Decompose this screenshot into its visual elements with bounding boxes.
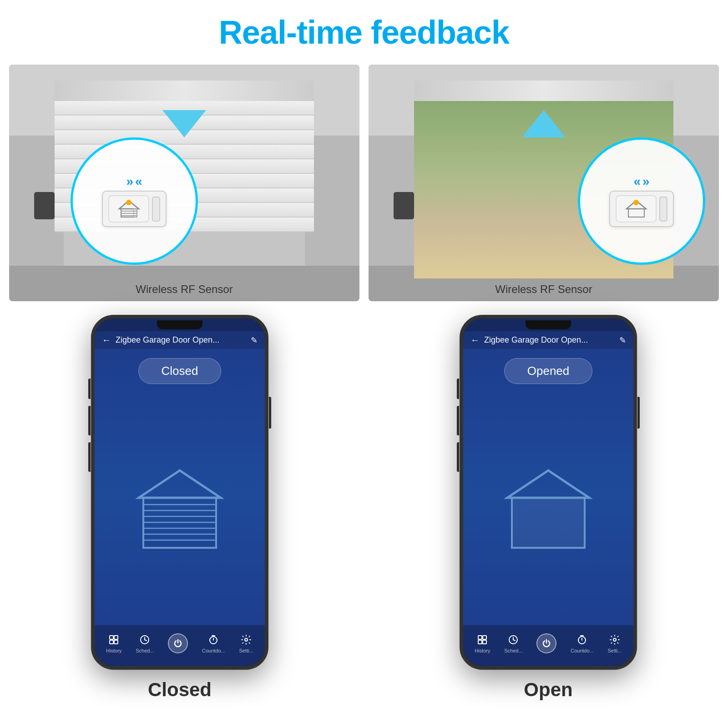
svg-marker-29	[507, 470, 589, 498]
right-garage-image: « » Wireless RF Sensor	[369, 65, 719, 301]
mute-button-right	[457, 379, 459, 399]
notch-right	[526, 320, 571, 329]
power-button[interactable]	[168, 633, 188, 653]
power-button-right[interactable]	[536, 633, 556, 653]
nav-countdown-label-right: Countdo...	[571, 648, 594, 653]
wall-keypad	[34, 192, 55, 219]
left-garage-image: » « Wireless	[9, 65, 359, 301]
left-phone-body: ← Zigbee Garage Door Open... ✎ Closed	[91, 315, 268, 670]
sensor-side-piece	[152, 197, 160, 222]
power-side-button-right	[637, 397, 640, 429]
sensor-led	[126, 200, 131, 205]
closed-garage-svg	[130, 461, 230, 552]
back-icon-right[interactable]: ←	[470, 335, 480, 345]
sensor-side-piece-right	[659, 197, 667, 222]
notch	[157, 320, 202, 329]
direction-arrow-down	[162, 110, 206, 137]
mute-button	[88, 379, 91, 399]
nav-history-right[interactable]: History	[475, 633, 490, 653]
chevron-right-icon-r: »	[642, 175, 650, 188]
chevron-left-icon: «	[135, 175, 142, 188]
right-phone-screen: ← Zigbee Garage Door Open... ✎ Opened	[463, 318, 633, 666]
left-status-badge: Closed	[138, 358, 222, 384]
nav-schedule-label-left: Sched...	[136, 648, 154, 653]
nav-settings-right[interactable]: Setti...	[607, 633, 622, 653]
volume-down-button	[88, 442, 91, 472]
right-status-badge: Opened	[504, 358, 593, 384]
svg-line-37	[513, 640, 515, 641]
volume-down-button-right	[457, 442, 459, 472]
nav-settings-left[interactable]: Setti...	[239, 633, 253, 653]
right-garage-display	[463, 389, 633, 625]
svg-marker-8	[139, 470, 221, 498]
left-phone-nav-bar: History Sched...	[95, 625, 265, 666]
left-phone-wrapper: ← Zigbee Garage Door Open... ✎ Closed	[91, 315, 268, 670]
svg-rect-32	[483, 636, 486, 639]
sensor-device	[102, 191, 167, 227]
nav-power-right[interactable]	[536, 633, 556, 653]
svg-rect-7	[628, 209, 644, 217]
bottom-phones-row: ← Zigbee Garage Door Open... ✎ Closed	[9, 315, 719, 701]
history-icon	[107, 633, 120, 646]
schedule-icon-right	[507, 633, 520, 646]
nav-settings-label-right: Setti...	[607, 648, 622, 653]
svg-rect-17	[110, 636, 113, 639]
left-phone-group: ← Zigbee Garage Door Open... ✎ Closed	[9, 315, 350, 701]
svg-line-23	[145, 640, 147, 641]
settings-icon-right	[608, 633, 621, 646]
left-phone-label: Closed	[148, 679, 212, 701]
chevron-left-icon-r: «	[633, 175, 641, 188]
right-phone-header: ← Zigbee Garage Door Open... ✎	[463, 331, 633, 349]
chevron-arrows-right: « »	[633, 175, 649, 188]
sensor-circle-overlay-right: « »	[578, 137, 705, 265]
open-garage-svg	[498, 461, 598, 552]
chevron-arrows: » «	[126, 175, 142, 188]
sensor-main-body	[108, 195, 149, 222]
schedule-icon	[138, 633, 151, 646]
sensor-circle-overlay: » «	[71, 137, 198, 265]
wireless-rf-label-right: Wireless RF Sensor	[495, 283, 592, 296]
wireless-rf-label-left: Wireless RF Sensor	[136, 283, 233, 296]
edit-icon[interactable]: ✎	[251, 335, 258, 345]
door-track-r	[414, 81, 673, 103]
countdown-icon-right	[576, 633, 588, 646]
history-icon-right	[476, 633, 489, 646]
svg-rect-20	[114, 640, 118, 644]
svg-rect-19	[110, 640, 113, 644]
left-phone-header: ← Zigbee Garage Door Open... ✎	[95, 331, 265, 349]
nav-countdown-left[interactable]: Countdo...	[202, 633, 225, 653]
right-phone-title: Zigbee Garage Door Open...	[484, 335, 619, 345]
left-garage-display	[95, 389, 265, 625]
door-track	[55, 81, 314, 103]
volume-up-button-right	[457, 406, 459, 435]
wall-keypad-r	[394, 192, 414, 219]
phone-notch-bar	[95, 318, 265, 331]
right-phone-nav-bar: History Sched...	[463, 625, 633, 666]
nav-history-label-right: History	[475, 648, 490, 653]
svg-point-42	[613, 638, 616, 641]
back-icon[interactable]: ←	[102, 335, 111, 345]
svg-rect-18	[114, 636, 118, 639]
nav-countdown-right[interactable]: Countdo...	[571, 633, 594, 653]
edit-icon-right[interactable]: ✎	[619, 335, 626, 345]
top-images-row: » « Wireless	[9, 65, 719, 301]
nav-schedule-right[interactable]: Sched...	[504, 633, 522, 653]
nav-schedule-label-right: Sched...	[504, 648, 522, 653]
sensor-main-body-right	[616, 195, 657, 222]
chevron-right-icon: »	[126, 175, 133, 188]
left-phone-title: Zigbee Garage Door Open...	[116, 335, 251, 345]
nav-history-left[interactable]: History	[106, 633, 121, 653]
sensor-led-right	[633, 200, 639, 205]
nav-schedule-left[interactable]: Sched...	[136, 633, 154, 653]
svg-rect-34	[483, 640, 486, 644]
sensor-device-right	[609, 191, 674, 227]
page-title: Real-time feedback	[219, 14, 509, 51]
power-side-button	[269, 397, 271, 429]
nav-power-left[interactable]	[168, 633, 188, 653]
settings-icon	[240, 633, 253, 646]
up-arrow-shape	[522, 110, 566, 137]
direction-arrow-up	[522, 110, 566, 137]
nav-countdown-label-left: Countdo...	[202, 648, 225, 653]
volume-up-button	[88, 406, 91, 435]
svg-point-28	[245, 638, 248, 641]
